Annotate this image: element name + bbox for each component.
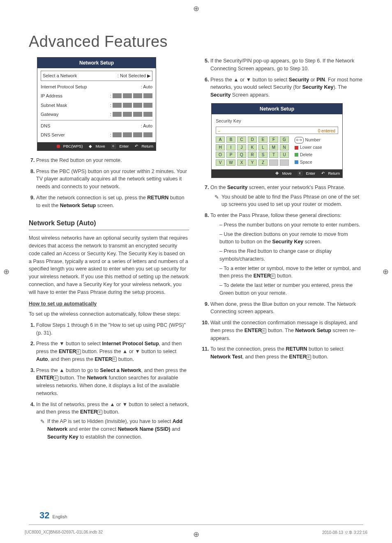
step4-note: If the AP is set to Hidden (Invisible), … <box>47 418 189 441</box>
osd2-key: M <box>269 144 278 150</box>
osd2-key: Y <box>248 159 257 166</box>
osd1-dns: DNS <box>41 122 50 129</box>
reg-mark-left: ⊕ <box>3 267 9 276</box>
page-lang: English <box>53 514 67 519</box>
osd2-key: E <box>258 136 267 143</box>
right-step-10: Wait until the connection confirmation m… <box>210 319 363 342</box>
osd2-key: V <box>216 159 225 166</box>
osd2-key: I <box>226 144 235 150</box>
osd2-key: Q <box>237 152 246 158</box>
right-step-6: Press the ▲ or ▼ button to select Securi… <box>210 76 363 99</box>
osd1-title: Network Setup <box>37 58 156 68</box>
osd1-ips: Internet Protocol Setup <box>41 83 87 90</box>
right-step-7: On the Security screen, enter your netwo… <box>210 184 363 208</box>
osd2-key: O <box>216 152 225 158</box>
osd1-ip: IP Address <box>41 92 62 99</box>
osd-security-key: Network Setup Security Key – 0 entered A… <box>211 103 343 178</box>
page-number: 32 <box>39 510 49 520</box>
note-icon: ✎ <box>214 193 219 209</box>
reg-mark-top: ⊕ <box>193 4 199 13</box>
osd1-gateway: Gateway <box>41 111 58 118</box>
osd2-key: P <box>226 152 235 158</box>
step-8: Press the PBC (WPS) button on your route… <box>36 168 189 191</box>
step-7: Press the Red button on your remote. <box>36 157 189 164</box>
right-steps-7-11: On the Security screen, enter your netwo… <box>203 184 363 361</box>
osd2-key: H <box>216 144 225 150</box>
osd1-ips-val: : Auto <box>141 83 152 90</box>
right-steps-5-6: If the Security/PIN pop-up appears, go t… <box>203 57 363 99</box>
right-step-5: If the Security/PIN pop-up appears, go t… <box>210 57 363 73</box>
osd2-key: U <box>280 152 289 158</box>
osd2-key: C <box>237 136 246 143</box>
right-step-9: When done, press the Blue button on your… <box>210 300 363 316</box>
osd2-keyboard: ABCDEFGHIJKLMNOPQRSTUVWXYZ <box>216 136 289 166</box>
file-timestamp: 2010-08-13 오후 3:22:16 <box>322 530 367 536</box>
auto-step-4: In the list of networks, press the ▲ or … <box>36 401 189 441</box>
right-column: If the Security/PIN pop-up appears, go t… <box>203 57 363 444</box>
osd2-entered: 0 entered <box>318 128 335 134</box>
dir-1: Press the number buttons on your remote … <box>219 221 363 229</box>
osd2-title: Network Setup <box>212 104 342 114</box>
left-steps-7-9: Press the Red button on your remote. Pre… <box>29 157 189 210</box>
auto-intro: To set up the wireless connection automa… <box>29 310 189 318</box>
osd2-key: G <box>280 136 289 143</box>
osd2-input: – 0 entered <box>216 127 338 134</box>
left-steps-1-4: Follow Steps 1 through 6 in the "How to … <box>29 321 189 441</box>
osd2-sideops: 0~9Number Lower case Delete Space <box>295 136 322 166</box>
reg-mark-right: ⊕ <box>383 267 389 276</box>
osd1-subnet: Subnet Mask <box>41 102 67 109</box>
section-heading-auto: Network Setup (Auto) <box>29 218 189 229</box>
auto-step-2: Press the ▼ button to select Internet Pr… <box>36 340 189 363</box>
right-step7-note: You should be able to find the Pass Phra… <box>221 193 363 209</box>
osd2-key: W <box>226 159 235 166</box>
osd1-dns-server: DNS Server <box>41 132 65 139</box>
osd2-key: Z <box>258 159 267 166</box>
osd2-key: X <box>237 159 246 166</box>
osd2-key <box>269 159 278 166</box>
dir-4: To a enter letter or symbol, move to the… <box>219 265 363 280</box>
osd2-key: N <box>280 144 289 150</box>
osd1-select-net: Select a Network <box>43 72 77 79</box>
osd2-key <box>280 159 289 166</box>
osd2-key: S <box>258 152 267 158</box>
page-footer: 32 English <box>39 510 67 521</box>
file-footer: [UC8000_XC]BN68-02697L-01L06.indb 32 201… <box>25 530 367 536</box>
file-name: [UC8000_XC]BN68-02697L-01L06.indb 32 <box>25 530 103 536</box>
osd1-dns-val: : Auto <box>141 122 152 129</box>
right-step-8: To enter the Pass Phrase, follow these g… <box>210 212 363 297</box>
osd2-key: A <box>216 136 225 143</box>
dir-3: Press the Red button to change case or d… <box>219 247 363 263</box>
osd1-select-net-val: : Not Selected ▶ <box>118 72 150 79</box>
osd-network-setup: Network Setup Select a Network : Not Sel… <box>37 57 156 151</box>
footer-rule <box>29 525 363 525</box>
dir-5: To delete the last letter or number you … <box>219 282 363 297</box>
osd2-key: L <box>258 144 267 150</box>
osd2-key: F <box>269 136 278 143</box>
auto-step-3: Press the ▲ button to go to Select a Net… <box>36 367 189 397</box>
note-icon: ✎ <box>40 418 45 441</box>
auto-step-1: Follow Steps 1 through 6 in the "How to … <box>36 321 189 337</box>
osd2-key: T <box>269 152 278 158</box>
page-title: Advanced Features <box>29 33 363 51</box>
osd1-footer: PBC(WPS) ◆ Move E Enter ↶ Return <box>37 142 156 150</box>
osd2-key: J <box>237 144 246 150</box>
osd2-key: R <box>248 152 257 158</box>
osd2-key: D <box>248 136 257 143</box>
step-9: After the network connection is set up, … <box>36 194 189 210</box>
osd2-key: K <box>248 144 257 150</box>
dir-2: Use the direction buttons on your remote… <box>219 231 363 246</box>
osd2-footer: ✥ Move E Enter ↶ Return <box>212 169 342 178</box>
howto-heading: How to set up automatically <box>29 300 189 308</box>
osd2-key: B <box>226 136 235 143</box>
osd2-seckey-label: Security Key <box>216 118 338 125</box>
auto-paragraph: Most wireless networks have an optional … <box>29 234 189 296</box>
section-rule <box>29 230 189 230</box>
right-step-11: To test the connection, press the RETURN… <box>210 345 363 361</box>
left-column: Network Setup Select a Network : Not Sel… <box>29 57 189 444</box>
